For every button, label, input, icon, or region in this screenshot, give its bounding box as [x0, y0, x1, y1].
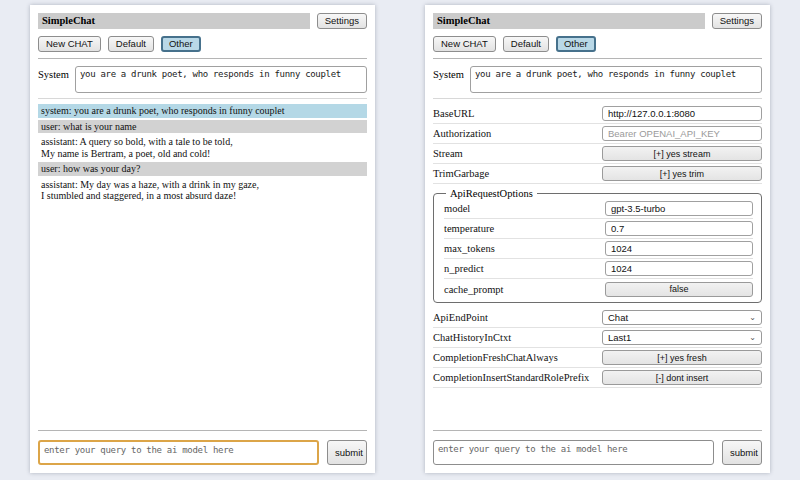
chat-history-selected-value: Last1 — [608, 332, 631, 343]
system-prompt-input[interactable]: you are a drunk poet, who responds in fu… — [75, 66, 367, 93]
submit-button[interactable]: submit — [722, 440, 762, 465]
baseurl-label: BaseURL — [433, 108, 474, 119]
trimgarbage-toggle-button[interactable]: [+] yes trim — [602, 166, 762, 181]
divider — [433, 430, 762, 431]
chat-history-select[interactable]: Last1 ⌄ — [602, 330, 762, 345]
header-row: SimpleChat Settings — [38, 13, 367, 29]
system-prompt-label: System — [433, 66, 464, 93]
temperature-input[interactable] — [605, 221, 753, 236]
session-tab-default[interactable]: Default — [108, 36, 154, 52]
setting-row-model: model — [444, 199, 753, 219]
n-predict-input[interactable] — [605, 261, 753, 276]
cache-prompt-toggle-button[interactable]: false — [605, 282, 753, 297]
model-label: model — [444, 203, 470, 214]
session-tab-other[interactable]: Other — [161, 36, 201, 52]
model-input[interactable] — [605, 201, 753, 216]
chevron-down-icon: ⌄ — [749, 314, 756, 322]
system-prompt-row: System you are a drunk poet, who respond… — [433, 66, 762, 93]
setting-row-completion-fresh: CompletionFreshChatAlways [+] yes fresh — [433, 348, 762, 368]
setting-row-max-tokens: max_tokens — [444, 239, 753, 259]
stream-toggle-button[interactable]: [+] yes stream — [602, 146, 762, 161]
max-tokens-input[interactable] — [605, 241, 753, 256]
chat-panel: SimpleChat Settings New CHAT Default Oth… — [30, 5, 375, 473]
setting-row-n-predict: n_predict — [444, 259, 753, 279]
system-prompt-input[interactable]: you are a drunk poet, who responds in fu… — [470, 66, 762, 93]
setting-row-completion-insert: CompletionInsertStandardRolePrefix [-] d… — [433, 368, 762, 388]
page: SimpleChat Settings New CHAT Default Oth… — [0, 0, 800, 480]
completion-insert-label: CompletionInsertStandardRolePrefix — [433, 372, 589, 383]
app-title: SimpleChat — [433, 13, 705, 29]
setting-row-authorization: Authorization — [433, 124, 762, 144]
session-tab-default[interactable]: Default — [503, 36, 549, 52]
api-endpoint-label: ApiEndPoint — [433, 312, 488, 323]
api-endpoint-select[interactable]: Chat ⌄ — [602, 310, 762, 325]
setting-row-api-endpoint: ApiEndPoint Chat ⌄ — [433, 308, 762, 328]
divider — [38, 430, 367, 431]
setting-row-stream: Stream [+] yes stream — [433, 144, 762, 164]
completion-fresh-toggle-button[interactable]: [+] yes fresh — [602, 350, 762, 365]
settings-list: BaseURL Authorization Stream [+] yes str… — [433, 104, 762, 388]
temperature-label: temperature — [444, 223, 494, 234]
divider — [38, 98, 367, 99]
settings-panel: SimpleChat Settings New CHAT Default Oth… — [425, 5, 770, 473]
spacer — [433, 388, 762, 424]
setting-row-cache-prompt: cache_prompt false — [444, 279, 753, 299]
new-chat-button[interactable]: New CHAT — [433, 36, 496, 52]
cache-prompt-label: cache_prompt — [444, 284, 503, 295]
chat-history-label: ChatHistoryInCtxt — [433, 332, 511, 343]
query-input[interactable] — [433, 440, 714, 465]
chat-message-assistant: assistant: My day was a haze, with a dri… — [38, 178, 367, 203]
spacer — [38, 205, 367, 425]
session-toolbar: New CHAT Default Other — [38, 36, 367, 52]
chat-message-user: user: how was your day? — [38, 162, 367, 176]
system-prompt-label: System — [38, 66, 69, 93]
session-toolbar: New CHAT Default Other — [433, 36, 762, 52]
stream-label: Stream — [433, 148, 463, 159]
authorization-label: Authorization — [433, 128, 491, 139]
session-tab-other[interactable]: Other — [556, 36, 596, 52]
chat-message-user: user: what is your name — [38, 120, 367, 134]
divider — [433, 98, 762, 99]
new-chat-button[interactable]: New CHAT — [38, 36, 101, 52]
header-row: SimpleChat Settings — [433, 13, 762, 29]
app-title: SimpleChat — [38, 13, 310, 29]
n-predict-label: n_predict — [444, 263, 484, 274]
setting-row-chat-history: ChatHistoryInCtxt Last1 ⌄ — [433, 328, 762, 348]
divider — [433, 58, 762, 59]
query-row: submit — [433, 440, 762, 465]
trimgarbage-label: TrimGarbage — [433, 168, 489, 179]
system-prompt-row: System you are a drunk poet, who respond… — [38, 66, 367, 93]
chevron-down-icon: ⌄ — [749, 334, 756, 342]
query-row: submit — [38, 440, 367, 465]
max-tokens-label: max_tokens — [444, 243, 495, 254]
completion-fresh-label: CompletionFreshChatAlways — [433, 352, 558, 363]
chat-message-list: system: you are a drunk poet, who respon… — [38, 104, 367, 205]
settings-button[interactable]: Settings — [712, 13, 762, 29]
baseurl-input[interactable] — [602, 106, 762, 121]
api-request-options-group: ApiRequestOptions model temperature max_… — [433, 188, 762, 303]
chat-message-system: system: you are a drunk poet, who respon… — [38, 104, 367, 118]
api-request-options-legend: ApiRequestOptions — [446, 188, 537, 199]
submit-button[interactable]: submit — [327, 440, 367, 465]
settings-button[interactable]: Settings — [317, 13, 367, 29]
completion-insert-toggle-button[interactable]: [-] dont insert — [602, 370, 762, 385]
authorization-input[interactable] — [602, 126, 762, 141]
setting-row-temperature: temperature — [444, 219, 753, 239]
setting-row-baseurl: BaseURL — [433, 104, 762, 124]
chat-message-assistant: assistant: A query so bold, with a tale … — [38, 135, 367, 160]
divider — [38, 58, 367, 59]
api-endpoint-selected-value: Chat — [608, 312, 628, 323]
query-input[interactable] — [38, 440, 319, 465]
setting-row-trimgarbage: TrimGarbage [+] yes trim — [433, 164, 762, 184]
